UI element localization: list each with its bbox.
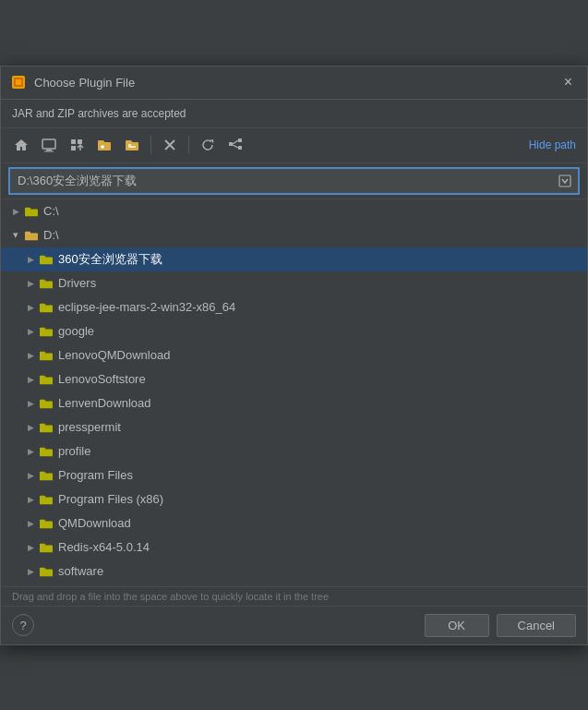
- cancel-nav-button[interactable]: [157, 132, 183, 158]
- tree-item-label: C:\: [43, 204, 59, 218]
- svg-rect-13: [238, 146, 242, 150]
- ok-button[interactable]: OK: [425, 614, 489, 637]
- toolbar-separator-2: [188, 136, 189, 154]
- folder-icon: [38, 516, 54, 531]
- folder-icon: [38, 372, 54, 387]
- tree-item-label: QMDownload: [58, 516, 131, 530]
- svg-line-14: [233, 140, 238, 144]
- tree-item[interactable]: ▶LenovoSoftstore: [1, 367, 587, 391]
- svg-rect-11: [229, 142, 233, 146]
- cancel-button[interactable]: Cancel: [497, 614, 576, 637]
- tree-item[interactable]: ▶Drivers: [1, 271, 587, 295]
- svg-rect-6: [71, 139, 76, 144]
- new-folder-button[interactable]: [91, 132, 117, 158]
- expand-arrow[interactable]: ▶: [23, 560, 38, 584]
- folder-icon: [23, 228, 40, 243]
- expand-arrow[interactable]: ▶: [23, 536, 38, 560]
- tree-item[interactable]: ▶LenvenDownload: [1, 391, 587, 415]
- tree-item[interactable]: ▾D:\: [1, 223, 587, 247]
- folder-icon: [38, 468, 54, 483]
- svg-rect-4: [46, 150, 52, 151]
- folder-icon: [38, 540, 54, 555]
- help-button[interactable]: ?: [12, 614, 34, 636]
- tree-item[interactable]: ▶software: [1, 560, 587, 584]
- tree-item-label: Program Files: [58, 468, 133, 482]
- tree-item-label: Drivers: [58, 276, 96, 290]
- expand-arrow[interactable]: ▶: [23, 511, 38, 536]
- close-button[interactable]: ×: [558, 73, 578, 91]
- dialog-subtitle: JAR and ZIP archives are accepted: [1, 100, 587, 128]
- expand-arrow[interactable]: ▶: [23, 247, 38, 271]
- tree-item[interactable]: ▶QMDownload: [1, 511, 587, 536]
- plugin-icon: [10, 74, 27, 90]
- folder-icon: [38, 444, 54, 459]
- dialog-title: Choose Plugin File: [34, 76, 135, 90]
- tree-item[interactable]: ▶presspermit: [1, 415, 587, 439]
- path-bar: [8, 167, 580, 195]
- up-button[interactable]: [64, 132, 90, 158]
- path-input[interactable]: [10, 169, 552, 193]
- tree-item[interactable]: ▶LenovoQMDownload: [1, 343, 587, 367]
- tree-item-label: LenvenDownload: [58, 396, 150, 410]
- tree-item[interactable]: ▶360安全浏览器下载: [1, 247, 587, 271]
- expand-arrow[interactable]: ▶: [23, 391, 38, 415]
- tree-item[interactable]: ▶google: [1, 319, 587, 343]
- tree-item-label: profile: [58, 444, 90, 458]
- desktop-button[interactable]: [36, 132, 62, 158]
- expand-arrow[interactable]: ▶: [23, 319, 38, 343]
- tree-item[interactable]: ▶profile: [1, 439, 587, 463]
- svg-rect-7: [78, 139, 82, 144]
- tree-item[interactable]: ▶Program Files (x86): [1, 487, 587, 511]
- folder-icon: [23, 204, 40, 219]
- expand-arrow[interactable]: ▶: [23, 487, 38, 511]
- refresh-button[interactable]: [195, 132, 221, 158]
- tree-item[interactable]: ▶C:\: [1, 199, 587, 223]
- toolbar: Hide path: [1, 128, 587, 163]
- tree-item[interactable]: ▶Redis-x64-5.0.14: [1, 536, 587, 560]
- expand-arrow[interactable]: ▶: [23, 271, 38, 295]
- tree-item-label: presspermit: [58, 420, 121, 434]
- collapse-arrow[interactable]: ▾: [8, 223, 23, 247]
- folder-icon: [38, 348, 54, 363]
- tree-item[interactable]: ▶eclipse-jee-mars-2-win32-x86_64: [1, 295, 587, 319]
- tree-item-label: LenovoSoftstore: [58, 372, 146, 386]
- expand-arrow[interactable]: ▶: [23, 415, 38, 439]
- drag-hint: Drag and drop a file into the space abov…: [1, 586, 587, 606]
- path-go-button[interactable]: [552, 168, 578, 194]
- tree-item-label: software: [58, 564, 103, 578]
- svg-line-15: [233, 145, 238, 148]
- title-bar: Choose Plugin File ×: [1, 66, 587, 100]
- choose-plugin-dialog: Choose Plugin File × JAR and ZIP archive…: [0, 66, 588, 645]
- folder-icon: [38, 492, 54, 507]
- browse-button[interactable]: [119, 132, 145, 158]
- expand-arrow[interactable]: ▶: [23, 343, 38, 367]
- toolbar-separator: [150, 136, 151, 154]
- share-button[interactable]: [222, 132, 248, 158]
- expand-arrow[interactable]: ▶: [8, 199, 23, 223]
- home-button[interactable]: [8, 132, 34, 158]
- tree-item-label: LenovoQMDownload: [58, 348, 170, 362]
- folder-icon: [38, 564, 54, 579]
- tree-item[interactable]: ▶Program Files: [1, 463, 587, 487]
- tree-item-label: Program Files (x86): [58, 492, 163, 506]
- svg-rect-5: [44, 151, 54, 152]
- expand-arrow[interactable]: ▶: [23, 295, 38, 319]
- svg-rect-2: [16, 79, 21, 85]
- folder-icon: [38, 324, 54, 339]
- folder-icon: [38, 252, 54, 267]
- folder-icon: [38, 300, 54, 315]
- action-buttons: OK Cancel: [425, 614, 576, 637]
- tree-item-label: eclipse-jee-mars-2-win32-x86_64: [58, 300, 235, 314]
- svg-rect-3: [42, 139, 55, 149]
- svg-rect-8: [71, 146, 76, 150]
- svg-rect-16: [559, 175, 570, 187]
- expand-arrow[interactable]: ▶: [23, 439, 38, 463]
- expand-arrow[interactable]: ▶: [23, 367, 38, 391]
- expand-arrow[interactable]: ▶: [23, 463, 38, 487]
- folder-icon: [38, 420, 54, 435]
- file-tree[interactable]: ▶C:\▾D:\▶360安全浏览器下载▶Drivers▶eclipse-jee-…: [1, 199, 587, 586]
- folder-icon: [38, 396, 54, 411]
- tree-item-label: google: [58, 324, 94, 338]
- folder-icon: [38, 276, 54, 291]
- hide-path-button[interactable]: Hide path: [525, 137, 580, 153]
